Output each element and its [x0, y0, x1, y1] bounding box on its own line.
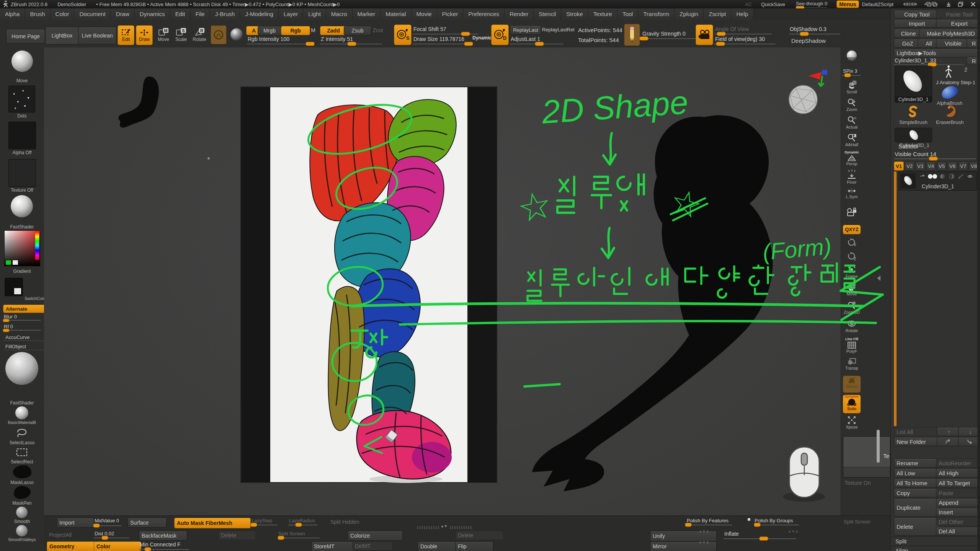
basic-material-thumb[interactable]: [15, 406, 28, 419]
paste-tool-button[interactable]: Paste Tool: [936, 10, 980, 18]
make-polymesh3d-button[interactable]: Make PolyMesh3D: [919, 29, 980, 38]
subtool-header[interactable]: Subtool: [898, 143, 918, 150]
accucurve-button[interactable]: AccuCurve: [3, 334, 45, 341]
menu-item[interactable]: Preferences: [463, 8, 505, 20]
draw-mode-button[interactable]: Draw: [136, 25, 153, 45]
deep-shadow-button[interactable]: DeepShadow: [789, 36, 830, 45]
menu-item[interactable]: Render: [505, 8, 534, 20]
stroke-settings-button[interactable]: S: [394, 24, 412, 45]
edit-mode-button[interactable]: Edit: [118, 25, 134, 45]
anatomy-figure-icon[interactable]: [944, 65, 954, 79]
visible-count-slider[interactable]: Visible Count 14: [894, 151, 976, 159]
align-section[interactable]: Align: [891, 546, 980, 551]
shelf-drag-arrows-icon[interactable]: ▲▼: [441, 524, 448, 528]
vtab-4[interactable]: V4: [926, 161, 936, 171]
smooth-brush-thumb[interactable]: [16, 507, 28, 518]
alpha-off-thumb[interactable]: [8, 122, 36, 149]
menu-item[interactable]: Document: [74, 8, 111, 20]
gravity-strength-slider[interactable]: Gravity Strength 0: [642, 31, 699, 39]
menu-item[interactable]: Layer: [279, 8, 304, 20]
menu-item[interactable]: Texture: [588, 8, 617, 20]
project-all-button[interactable]: ProjectAll: [47, 531, 86, 539]
subtool-icons[interactable]: [919, 173, 975, 179]
clone-button[interactable]: Clone: [894, 29, 923, 38]
unify-axis-badge[interactable]: x Y z: [699, 530, 709, 533]
auto-reorder-button[interactable]: AutoReorder: [936, 458, 980, 468]
polish-by-features-slider[interactable]: Polish By Features: [686, 518, 732, 525]
delete-row2-button[interactable]: Delete: [218, 531, 256, 540]
bpr-button[interactable]: BPR: [843, 51, 861, 67]
all-to-target-button[interactable]: All To Target: [936, 478, 980, 487]
rename-button[interactable]: Rename: [894, 458, 940, 468]
menu-item[interactable]: Marker: [353, 8, 381, 20]
aahalf-button[interactable]: AAHalf: [843, 133, 861, 147]
rotate-canvas-button[interactable]: Rotate: [843, 319, 861, 333]
eraserbrush-thumb[interactable]: [943, 105, 957, 118]
del-other-button[interactable]: Del Other: [936, 517, 980, 526]
menu-item[interactable]: J-Brush: [210, 8, 240, 20]
vtab-2[interactable]: V2: [905, 161, 915, 171]
menu-item[interactable]: Transform: [638, 8, 675, 20]
vtab-6[interactable]: V6: [947, 161, 957, 171]
split-section[interactable]: Split: [891, 536, 980, 545]
vtab-7[interactable]: V7: [958, 161, 968, 171]
gz-rotate-button[interactable]: Z: [843, 251, 861, 263]
scroll-button[interactable]: Scroll: [843, 80, 861, 94]
zsub-button[interactable]: Zsub: [344, 26, 371, 35]
adjust-last-slider[interactable]: AdjustLast 1: [510, 36, 564, 44]
new-folder-button[interactable]: New Folder: [894, 437, 940, 446]
menu-item[interactable]: Stencil: [534, 8, 561, 20]
copy-tool-button[interactable]: Copy Tool: [894, 10, 940, 18]
qxyz-button[interactable]: QXYZ: [843, 225, 861, 234]
menu-item[interactable]: Stroke: [561, 8, 588, 20]
blur-slider[interactable]: Blur 0: [3, 314, 41, 321]
stroke-dots-thumb[interactable]: [8, 86, 35, 112]
menu-item[interactable]: Edit: [170, 8, 191, 20]
menu-item[interactable]: Material: [381, 8, 411, 20]
menu-item[interactable]: Movie: [412, 8, 437, 20]
current-material-button[interactable]: [229, 25, 244, 44]
subtool-scrollbar[interactable]: [894, 171, 897, 426]
persp-button[interactable]: Dynamic Persp: [843, 151, 861, 166]
alternate-button[interactable]: Alternate: [3, 305, 46, 313]
swatch-secondary[interactable]: [12, 260, 18, 265]
move-mode-button[interactable]: M Move: [156, 25, 171, 44]
alphabrush-thumb[interactable]: [940, 84, 959, 100]
subtool-item[interactable]: Cylinder3D_1: [898, 171, 977, 191]
duplicate-button[interactable]: Duplicate: [894, 498, 940, 517]
copy-subtool-button[interactable]: Copy: [894, 488, 940, 497]
color-button[interactable]: Color: [94, 541, 141, 551]
gy-rotate-button[interactable]: Y: [843, 237, 861, 249]
tray-collapse-arrow-icon[interactable]: [876, 275, 882, 282]
shelf-drag-handle2[interactable]: [450, 526, 472, 529]
lightbox-tools-button[interactable]: Lightbox▶Tools: [894, 49, 980, 57]
append-button[interactable]: Append: [936, 498, 980, 507]
hue-strip[interactable]: [35, 231, 39, 260]
menu-item[interactable]: Zplugin: [675, 8, 704, 20]
vtab-3[interactable]: V3: [915, 161, 925, 171]
z-intensity-slider[interactable]: Z Intensity 51: [320, 36, 382, 44]
delete-row2b-button[interactable]: Delete: [455, 531, 503, 540]
xpose-button[interactable]: Xpose: [843, 416, 861, 429]
list-all-button[interactable]: List All: [894, 427, 940, 436]
colorize-button[interactable]: Colorize: [348, 531, 403, 541]
minimize-button[interactable]: [946, 2, 952, 7]
vtab-5[interactable]: V5: [937, 161, 947, 171]
rotate-mode-button[interactable]: R Rotate: [191, 25, 207, 44]
vtab-1[interactable]: V1: [894, 161, 904, 171]
active-tool-thumb[interactable]: Cylinder3D_1: [895, 66, 932, 103]
menu-item[interactable]: Tool: [617, 8, 639, 20]
polish-by-groups-slider[interactable]: Polish By Groups: [754, 518, 799, 525]
mask-pen-thumb[interactable]: [14, 486, 31, 499]
fastshader-thumb[interactable]: [11, 195, 33, 217]
rgb-button[interactable]: Rgb: [281, 26, 310, 35]
gutter-scrollbar[interactable]: [877, 430, 880, 463]
menu-item[interactable]: Brush: [25, 8, 50, 20]
material-fastshader-thumb[interactable]: [5, 352, 38, 385]
menu-item[interactable]: File: [191, 8, 210, 20]
quicksave-button[interactable]: QuickSave: [761, 2, 785, 7]
floor-button[interactable]: x Y z Floor: [843, 169, 861, 184]
mirror-axis-badge[interactable]: x Y z: [699, 540, 709, 544]
simplebrush-thumb[interactable]: [907, 105, 920, 118]
active-tool-slider[interactable]: Cylinder3D_1. 33: [894, 57, 964, 65]
